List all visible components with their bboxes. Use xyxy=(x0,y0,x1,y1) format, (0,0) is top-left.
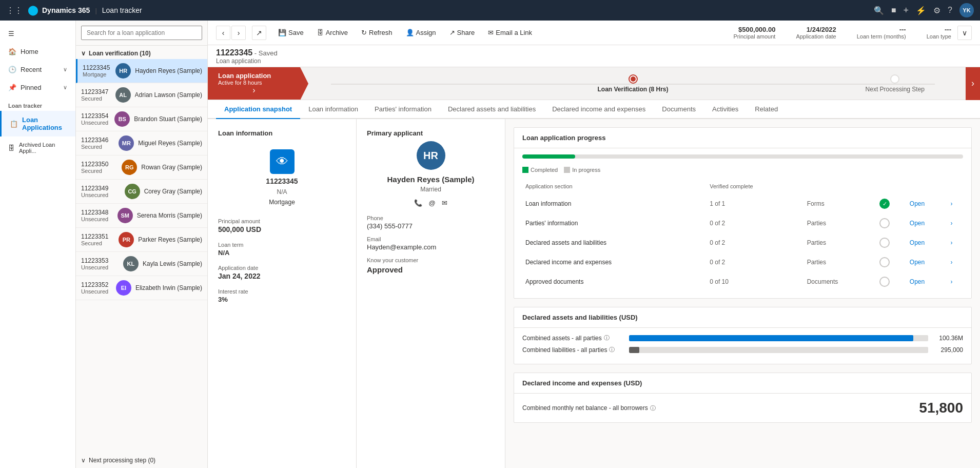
phone-icon[interactable]: 📞 xyxy=(414,199,422,207)
pinned-chevron-icon: ∨ xyxy=(63,84,67,91)
loan-term-meta: --- Loan term (months) xyxy=(857,26,906,40)
email-at-icon[interactable]: @ xyxy=(428,199,435,207)
tab-related[interactable]: Related xyxy=(747,100,786,119)
tab-income[interactable]: Declared income and expenses xyxy=(544,100,654,119)
sidebar: ☰ 🏠 Home 🕒 Recent ∨ 📌 Pinned ∨ Loan trac… xyxy=(0,21,76,468)
assign-button[interactable]: 👤 Assign xyxy=(400,25,442,40)
filter-icon[interactable]: ⚡ xyxy=(916,6,926,15)
list-item[interactable]: 11223354 Unsecured BS Brandon Stuart (Sa… xyxy=(76,107,207,131)
settings-icon[interactable]: ⚙ xyxy=(933,6,940,15)
tab-assets[interactable]: Declared assets and liabilities xyxy=(440,100,544,119)
external-link-button[interactable]: ↗ xyxy=(252,26,266,40)
archive-button[interactable]: 🗄 Archive xyxy=(311,25,354,40)
back-button[interactable]: ‹ xyxy=(216,26,230,40)
process-next-button[interactable]: › xyxy=(966,67,980,100)
list-item[interactable]: 11223347 Secured AL Adrian Lawson (Sampl… xyxy=(76,83,207,107)
meta-expand-button[interactable]: ∨ xyxy=(957,26,972,40)
list-item[interactable]: 11223345 Mortgage HR Hayden Reyes (Sampl… xyxy=(76,59,207,83)
list-item-info: 11223347 Secured xyxy=(81,88,111,102)
list-item-name: Rowan Gray (Sample) xyxy=(141,164,202,171)
row-open[interactable]: Open xyxy=(908,253,947,271)
list-footer-label: Next processing step (0) xyxy=(89,457,155,464)
help-icon[interactable]: ? xyxy=(948,6,952,15)
sidebar-item-pinned[interactable]: 📌 Pinned ∨ xyxy=(0,79,75,96)
tab-activities[interactable]: Activities xyxy=(704,100,747,119)
table-row: Approved documents 0 of 10 Documents Ope… xyxy=(523,272,962,291)
sidebar-section-label: Loan tracker xyxy=(0,96,75,111)
combined-liabilities-info-icon[interactable]: ⓘ xyxy=(609,346,615,354)
dynamics-text: Dynamics 365 xyxy=(42,6,90,14)
assets-section: Declared assets and liabilities (USD) Co… xyxy=(514,307,972,364)
list-item-id: 11223354 xyxy=(81,112,110,120)
sidebar-item-loan-applications[interactable]: 📋 Loan Applications xyxy=(0,111,75,136)
list-group-header[interactable]: ∨ Loan verification (10) xyxy=(76,46,207,59)
list-item[interactable]: 11223346 Secured MR Miguel Reyes (Sample… xyxy=(76,131,207,155)
main-content: ‹ › ↗ 💾 Save 🗄 Archive ↻ Refresh 👤 Assig… xyxy=(208,21,980,468)
refresh-label: Refresh xyxy=(369,29,393,36)
active-stage[interactable]: Loan application Active for 8 hours › xyxy=(208,67,300,100)
applicant-card: Primary applicant HR Hayden Reyes (Sampl… xyxy=(357,119,505,468)
tab-parties[interactable]: Parties' information xyxy=(366,100,440,119)
search-icon[interactable]: 🔍 xyxy=(874,6,884,15)
email-link-button[interactable]: ✉ Email a Link xyxy=(482,25,538,40)
sidebar-item-recent[interactable]: 🕒 Recent ∨ xyxy=(0,61,75,79)
monthly-info-icon[interactable]: ⓘ xyxy=(650,404,656,412)
search-input[interactable] xyxy=(81,26,202,40)
loan-icon-box: 👁 11223345 N/A Mortgage xyxy=(218,149,346,206)
list-item[interactable]: 11223353 Unsecured KL Kayla Lewis (Sampl… xyxy=(76,252,207,276)
row-progress: 0 of 10 xyxy=(708,272,803,291)
row-section: Declared income and expenses xyxy=(523,253,707,271)
loan-app-icon: 📋 xyxy=(10,120,18,128)
list-item-info: 11223353 Unsecured xyxy=(81,257,119,270)
progress-section-body: Completed In progress Application sectio… xyxy=(514,148,971,298)
sidebar-item-archived[interactable]: 🗄 Archived Loan Appli... xyxy=(0,136,75,159)
bing-icon[interactable]: ■ xyxy=(891,6,896,15)
combined-assets-info-icon[interactable]: ⓘ xyxy=(604,334,610,342)
loan-info-title: Loan information xyxy=(218,129,346,137)
list-item[interactable]: 11223349 Unsecured CG Corey Gray (Sample… xyxy=(76,180,207,204)
tab-loan-info[interactable]: Loan information xyxy=(300,100,366,119)
save-button[interactable]: 💾 Save xyxy=(272,25,309,40)
row-section: Loan information xyxy=(523,194,707,213)
sidebar-item-home[interactable]: 🏠 Home xyxy=(0,43,75,61)
combined-liabilities-row: Combined liabilities - all parties ⓘ 295… xyxy=(522,346,963,354)
next-circle xyxy=(890,74,899,84)
loan-term-field: Loan term N/A xyxy=(218,242,346,257)
share-button[interactable]: ↗ Share xyxy=(444,25,481,40)
grid-icon[interactable]: ⋮⋮ xyxy=(6,6,23,15)
list-item[interactable]: 11223348 Unsecured SM Serena Morris (Sam… xyxy=(76,204,207,228)
row-open[interactable]: Open xyxy=(908,194,947,213)
list-item[interactable]: 11223352 Unsecured EI Elizabeth Irwin (S… xyxy=(76,276,207,300)
row-type: Parties xyxy=(805,233,876,252)
assets-section-header: Declared assets and liabilities (USD) xyxy=(514,307,971,328)
recent-icon: 🕒 xyxy=(8,66,16,73)
mail-icon[interactable]: ✉ xyxy=(442,199,447,207)
list-item-avatar: AL xyxy=(115,87,131,103)
col-verified: Verified complete xyxy=(708,179,803,193)
row-open[interactable]: Open xyxy=(908,272,947,291)
record-header: 11223345 - Saved Loan application xyxy=(208,45,980,67)
forward-button[interactable]: › xyxy=(231,26,246,40)
tab-documents[interactable]: Documents xyxy=(654,100,704,119)
interest-value: 3% xyxy=(218,296,346,303)
refresh-button[interactable]: ↻ Refresh xyxy=(356,25,398,40)
app-date-label: Application date xyxy=(796,33,836,40)
principal-value: 500,000 USD xyxy=(218,225,346,233)
row-open[interactable]: Open xyxy=(908,214,947,232)
list-item-id: 11223352 xyxy=(81,281,112,288)
list-item[interactable]: 11223351 Secured PR Parker Reyes (Sample… xyxy=(76,228,207,252)
sidebar-toggle[interactable]: ☰ xyxy=(0,25,75,43)
topbar-right: 🔍 ■ + ⚡ ⚙ ? YK xyxy=(874,3,974,17)
list-item[interactable]: 11223350 Secured RG Rowan Gray (Sample) xyxy=(76,155,207,180)
list-footer[interactable]: ∨ Next processing step (0) xyxy=(76,453,207,468)
stage-chevron-button[interactable]: › xyxy=(218,86,290,95)
row-open[interactable]: Open xyxy=(908,233,947,252)
tab-snapshot[interactable]: Application snapshot xyxy=(216,100,300,119)
kyc-value: Approved xyxy=(367,265,495,274)
list-item-avatar: HR xyxy=(115,63,131,79)
user-avatar[interactable]: YK xyxy=(959,3,974,17)
list-item-name: Miguel Reyes (Sample) xyxy=(138,140,202,147)
list-item-id: 11223345 xyxy=(83,64,111,71)
app-date-label: Application date xyxy=(218,265,346,271)
add-icon[interactable]: + xyxy=(904,5,909,16)
